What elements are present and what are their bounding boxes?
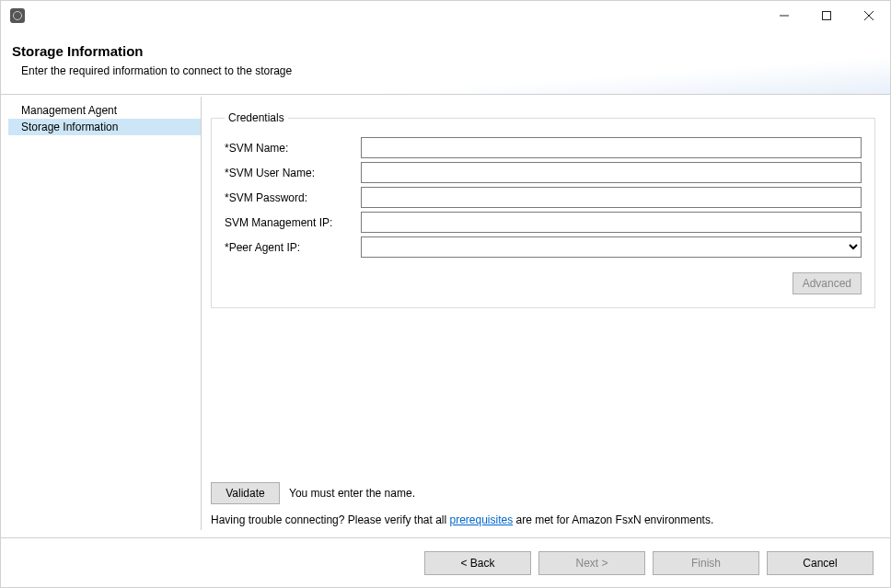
maximize-button[interactable]: [805, 1, 848, 30]
label-svm-password: *SVM Password:: [225, 191, 361, 204]
trouble-suffix: are met for Amazon FsxN environments.: [513, 513, 713, 526]
page-title: Storage Information: [12, 43, 874, 59]
trouble-text: Having trouble connecting? Please verify…: [211, 513, 875, 526]
close-button[interactable]: [848, 1, 890, 30]
header-panel: Storage Information Enter the required i…: [1, 30, 890, 95]
validate-message: You must enter the name.: [289, 487, 415, 500]
row-svm-user: *SVM User Name:: [225, 162, 862, 183]
trouble-prefix: Having trouble connecting? Please verify…: [211, 513, 449, 526]
sidebar-item-storage-information[interactable]: Storage Information: [8, 119, 201, 135]
back-button[interactable]: < Back: [424, 551, 531, 575]
app-icon: [10, 8, 25, 23]
input-svm-password[interactable]: [361, 187, 862, 208]
label-svm-user: *SVM User Name:: [225, 167, 361, 179]
footer-buttons: < Back Next > Finish Cancel: [1, 537, 890, 587]
row-svm-mgmt-ip: SVM Management IP:: [225, 212, 862, 233]
main-panel: Credentials *SVM Name: *SVM User Name: *…: [202, 97, 890, 537]
window-controls: [763, 1, 890, 30]
label-svm-mgmt-ip: SVM Management IP:: [225, 216, 361, 229]
prerequisites-link[interactable]: prerequisites: [449, 513, 513, 526]
finish-button[interactable]: Finish: [653, 551, 759, 575]
validate-row: Validate You must enter the name.: [211, 482, 875, 504]
svg-rect-1: [823, 12, 831, 20]
validate-button[interactable]: Validate: [211, 482, 280, 504]
credentials-fieldset: Credentials *SVM Name: *SVM User Name: *…: [211, 111, 875, 308]
minimize-button[interactable]: [763, 1, 805, 30]
next-button[interactable]: Next >: [538, 551, 645, 575]
input-svm-user[interactable]: [361, 162, 862, 183]
wizard-steps-sidebar: Management Agent Storage Information: [8, 97, 202, 530]
label-peer-agent-ip: *Peer Agent IP:: [225, 241, 361, 254]
advanced-row: Advanced: [225, 272, 862, 294]
input-svm-mgmt-ip[interactable]: [361, 212, 862, 233]
label-svm-name: *SVM Name:: [225, 142, 361, 155]
credentials-legend: Credentials: [225, 111, 288, 124]
row-svm-name: *SVM Name:: [225, 137, 862, 158]
advanced-button[interactable]: Advanced: [793, 272, 862, 294]
sidebar-item-management-agent[interactable]: Management Agent: [8, 102, 201, 119]
title-bar: [1, 1, 890, 30]
body-area: Management Agent Storage Information Cre…: [1, 97, 890, 537]
row-peer-agent-ip: *Peer Agent IP:: [225, 236, 862, 258]
row-svm-password: *SVM Password:: [225, 187, 862, 208]
select-peer-agent-ip[interactable]: [361, 236, 862, 258]
cancel-button[interactable]: Cancel: [767, 551, 874, 575]
input-svm-name[interactable]: [361, 137, 862, 158]
page-subtitle: Enter the required information to connec…: [12, 64, 874, 77]
